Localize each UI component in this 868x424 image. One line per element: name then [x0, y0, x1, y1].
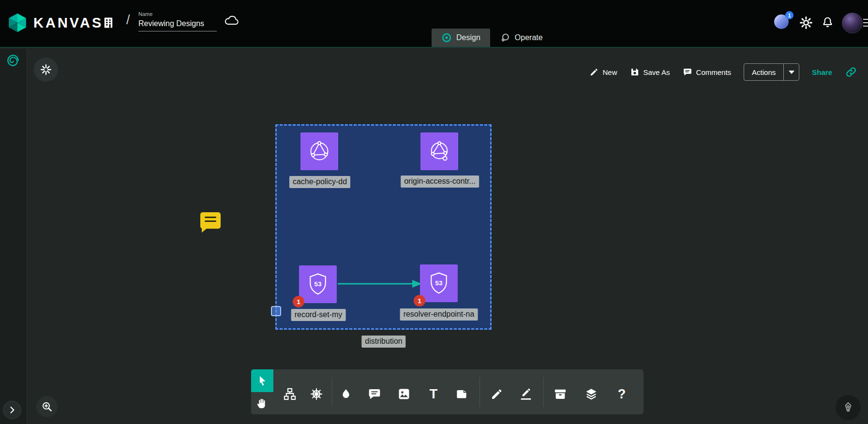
- design-canvas[interactable]: New Save As Comments: [27, 49, 868, 424]
- selection-handle[interactable]: [271, 306, 281, 316]
- edit-tool-icon[interactable]: [517, 385, 535, 403]
- zoom-button[interactable]: [36, 396, 58, 417]
- comments-label: Comments: [696, 68, 732, 76]
- node-record-set[interactable]: 53 1: [299, 265, 337, 303]
- share-button[interactable]: Share: [812, 68, 832, 76]
- components-drawer-icon[interactable]: [552, 385, 569, 403]
- help-icon[interactable]: ?: [613, 385, 630, 403]
- actions-caret[interactable]: [783, 64, 799, 80]
- collaborator-count-badge: 1: [785, 11, 793, 19]
- route53-number: 53: [314, 280, 322, 288]
- node-cache-policy[interactable]: [300, 132, 338, 170]
- comment-marker[interactable]: [200, 212, 221, 229]
- floppy-icon: [630, 67, 640, 77]
- toolbar-divider: [543, 377, 544, 407]
- menu-icon[interactable]: [863, 19, 868, 29]
- cloudfront-globe-icon: [306, 138, 333, 165]
- user-avatar[interactable]: [842, 13, 863, 33]
- node-label[interactable]: origin-access-contr...: [401, 175, 479, 188]
- assistant-button[interactable]: [836, 395, 861, 420]
- actions-label[interactable]: Actions: [744, 64, 783, 80]
- error-badge[interactable]: 1: [414, 295, 425, 307]
- design-name-input[interactable]: [138, 18, 217, 31]
- node-label[interactable]: record-set-my: [291, 309, 346, 321]
- app-logo[interactable]: KANVAS: [7, 12, 103, 33]
- actions-dropdown[interactable]: Actions: [744, 63, 799, 81]
- copy-link-icon[interactable]: [845, 66, 857, 78]
- organization-icon[interactable]: [102, 15, 115, 30]
- bottom-toolbar: T: [251, 369, 644, 414]
- design-tab-icon: [441, 32, 452, 43]
- node-label[interactable]: cache-policy-dd: [289, 176, 350, 188]
- pan-hand-tool[interactable]: [251, 392, 273, 414]
- canvas-action-bar: New Save As Comments: [589, 63, 858, 81]
- note-tool-icon[interactable]: [453, 385, 471, 403]
- chevron-down-icon: [789, 71, 794, 74]
- edge-arrow[interactable]: [337, 279, 425, 289]
- kanvas-logo-icon: [7, 12, 28, 33]
- left-sidebar: [0, 49, 27, 424]
- helm-wheel-icon[interactable]: [308, 385, 325, 403]
- save-as-label: Save As: [644, 68, 670, 76]
- toolbar-divider: [479, 377, 480, 407]
- flowchart-icon[interactable]: [281, 385, 299, 403]
- canvas-menu-button[interactable]: [34, 58, 58, 82]
- toolbar-divider: [332, 377, 332, 407]
- new-button[interactable]: New: [589, 67, 617, 77]
- shapes-icon[interactable]: [337, 385, 355, 403]
- notifications-bell-icon[interactable]: [821, 15, 834, 29]
- pencil-icon: [589, 67, 599, 77]
- meshery-spinner-icon[interactable]: [5, 53, 21, 68]
- route53-shield-icon: 53: [305, 271, 331, 297]
- comment-icon: [683, 67, 692, 77]
- route53-number: 53: [435, 279, 443, 287]
- sidebar-expand-button[interactable]: [3, 401, 21, 419]
- operate-tab-icon: [500, 32, 510, 43]
- text-tool-icon[interactable]: T: [425, 385, 442, 403]
- top-bar: KANVAS / Name Desig: [0, 0, 868, 48]
- tab-design[interactable]: Design: [432, 29, 490, 47]
- operate-tab-label: Operate: [515, 33, 543, 42]
- comments-button[interactable]: Comments: [683, 67, 732, 77]
- breadcrumb-separator: /: [126, 13, 130, 28]
- pencil-tool-icon[interactable]: [488, 385, 506, 403]
- error-badge[interactable]: 1: [293, 296, 304, 307]
- group-label[interactable]: distribution: [361, 336, 405, 348]
- brand-name: KANVAS: [33, 15, 103, 31]
- comment-tool-icon[interactable]: [366, 385, 383, 403]
- tab-operate[interactable]: Operate: [490, 29, 553, 47]
- node-resolver-endpoint[interactable]: 53 1: [420, 264, 458, 302]
- design-name-field: Name: [138, 11, 217, 31]
- mode-tabs: Design Operate: [432, 29, 553, 47]
- collaborators-indicator[interactable]: 1: [774, 15, 790, 30]
- design-tab-label: Design: [456, 33, 480, 42]
- new-label: New: [603, 68, 617, 76]
- cursor-tool[interactable]: [251, 369, 273, 392]
- node-label[interactable]: resolver-endpoint-na: [400, 308, 478, 321]
- node-origin-access-control[interactable]: [420, 132, 458, 170]
- cloudfront-globe-icon: [426, 138, 453, 165]
- media-icon[interactable]: [395, 385, 413, 403]
- save-as-button[interactable]: Save As: [630, 67, 670, 77]
- name-label: Name: [138, 11, 217, 17]
- cloud-sync-icon[interactable]: [224, 15, 240, 27]
- settings-gear-icon[interactable]: [799, 16, 813, 29]
- route53-shield-icon: 53: [426, 270, 452, 296]
- layers-icon[interactable]: [583, 385, 600, 403]
